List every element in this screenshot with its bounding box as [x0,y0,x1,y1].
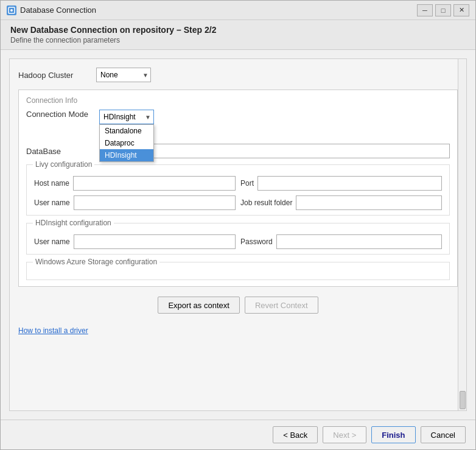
hdinsight-password-label: Password [240,237,273,246]
host-name-col: Host name [34,176,236,191]
cancel-button[interactable]: Cancel [421,426,466,443]
page-title: New Database Connection on repository – … [10,25,466,35]
dropdown-arrow-icon: ▼ [145,114,151,121]
minimize-button[interactable]: ─ [417,4,433,16]
scroll-thumb [460,391,466,409]
livy-config-section: Livy configuration Host name Port [26,164,450,216]
hdinsight-user-input[interactable] [74,234,236,249]
dropdown-item-hdinsight[interactable]: HDInsight [100,149,153,161]
title-bar: Database Connection ─ □ ✕ [1,1,475,20]
page-subtitle: Define the connection parameters [10,36,466,44]
hadoop-cluster-label: Hadoop Cluster [18,71,91,80]
dropdown-item-dataproc[interactable]: Dataproc [100,137,153,149]
connection-info-section: Connection Info Connection Mode HDInsigh… [18,90,458,287]
hdinsight-config-section: HDInsight configuration User name Passwo… [26,223,450,255]
database-label: DataBase [26,147,99,156]
livy-user-col: User name [34,195,236,210]
hadoop-cluster-select-wrapper: None ▼ [96,68,151,82]
hadoop-cluster-row: Hadoop Cluster None ▼ [18,68,458,82]
vertical-scrollbar[interactable] [458,59,466,410]
footer-bar: < Back Next > Finish Cancel [1,420,475,449]
app-icon [7,5,16,15]
header-bar: New Database Connection on repository – … [1,20,475,50]
azure-storage-section: Windows Azure Storage configuration [26,262,450,280]
livy-user-label: User name [34,199,70,207]
azure-storage-title: Windows Azure Storage configuration [33,258,159,266]
hdinsight-config-title: HDInsight configuration [33,219,114,227]
hadoop-cluster-select[interactable]: None [96,68,151,82]
livy-user-input[interactable] [74,195,236,210]
next-button[interactable]: Next > [323,426,366,443]
context-buttons-row: Export as context Revert Context [18,297,458,314]
install-driver-link[interactable]: How to install a driver [18,326,88,335]
database-row: DataBase [26,144,450,158]
job-result-input[interactable] [296,195,442,210]
window-controls: ─ □ ✕ [417,4,469,16]
back-button[interactable]: < Back [273,426,318,443]
job-result-label: Job result folder [240,199,292,207]
job-result-col: Job result folder [240,195,442,210]
finish-button[interactable]: Finish [371,426,415,443]
user-jobfolder-row: User name Job result folder [34,195,442,210]
host-name-label: Host name [34,179,69,188]
hdinsight-user-pass-row: User name Password [34,234,442,249]
connection-mode-label: Connection Mode [26,110,99,119]
host-port-row: Host name Port [34,176,442,191]
revert-context-button[interactable]: Revert Context [245,297,318,314]
port-label: Port [240,179,254,188]
install-driver-section: How to install a driver [18,323,458,337]
connection-mode-row: Connection Mode HDInsight ▼ Standalone D… [26,110,450,124]
hdinsight-pass-col: Password [240,234,442,249]
livy-config-title: Livy configuration [33,160,94,169]
dropdown-item-standalone[interactable]: Standalone [100,125,153,137]
maximize-button[interactable]: □ [435,4,451,16]
main-content: Hadoop Cluster None ▼ Connection Info Co… [1,50,475,420]
connection-mode-dropdown[interactable]: HDInsight ▼ Standalone Dataproc HDInsigh… [99,110,154,124]
title-bar-left: Database Connection [7,5,96,15]
connection-mode-value: HDInsight [103,113,136,121]
hdinsight-password-input[interactable] [276,234,442,249]
connection-mode-menu: Standalone Dataproc HDInsight [99,124,154,162]
hdinsight-user-label: User name [34,237,70,246]
export-context-button[interactable]: Export as context [158,297,239,314]
connection-mode-selected[interactable]: HDInsight ▼ [99,110,154,124]
svg-point-1 [10,9,13,12]
port-input[interactable] [257,176,442,191]
window-title: Database Connection [20,5,96,15]
host-name-input[interactable] [73,176,236,191]
port-col: Port [240,176,442,191]
main-window: Database Connection ─ □ ✕ New Database C… [0,0,476,450]
form-area: Hadoop Cluster None ▼ Connection Info Co… [9,58,467,411]
hdinsight-user-col: User name [34,234,236,249]
connection-info-label: Connection Info [26,96,450,105]
close-button[interactable]: ✕ [453,4,469,16]
